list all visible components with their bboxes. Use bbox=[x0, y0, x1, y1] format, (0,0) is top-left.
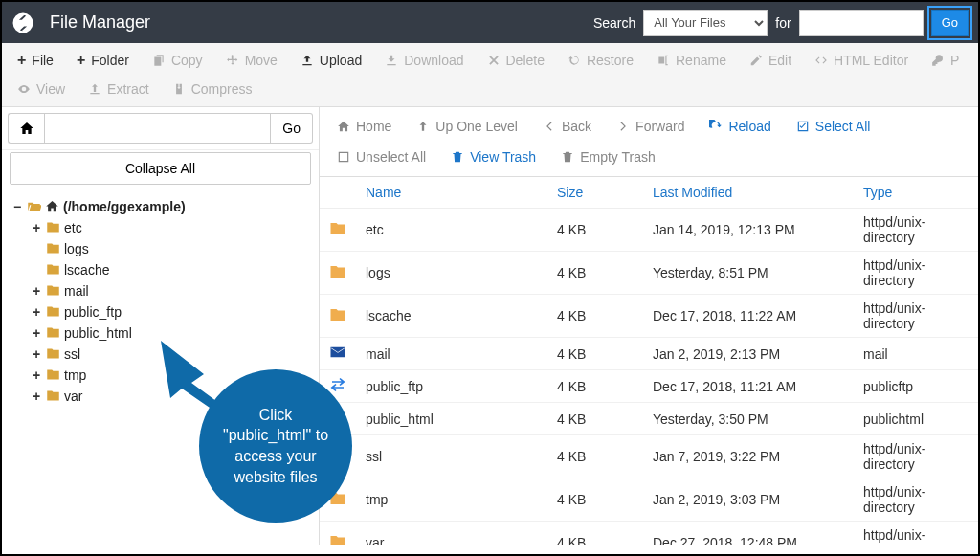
file-size: 4 KB bbox=[547, 478, 643, 522]
view-trash-button[interactable]: View Trash bbox=[441, 144, 546, 170]
tree-item-logs[interactable]: logs bbox=[31, 238, 309, 259]
upload-button[interactable]: Upload bbox=[291, 47, 371, 74]
tree-item-public_ftp[interactable]: +public_ftp bbox=[31, 301, 309, 322]
table-row[interactable]: tmp4 KBJan 2, 2019, 3:03 PMhttpd/unix-di… bbox=[320, 478, 978, 522]
search-input[interactable] bbox=[799, 10, 924, 36]
expand-icon[interactable]: + bbox=[31, 346, 42, 362]
compress-button: Compress bbox=[163, 76, 262, 102]
file-name: mail bbox=[356, 338, 547, 370]
nav-forward-button[interactable]: Forward bbox=[607, 113, 694, 140]
col-size[interactable]: Size bbox=[547, 177, 643, 209]
folder-icon bbox=[320, 435, 356, 478]
file-modified: Dec 17, 2018, 11:22 AM bbox=[643, 295, 854, 338]
file-modified: Jan 7, 2019, 3:22 PM bbox=[643, 435, 854, 478]
expand-icon[interactable]: + bbox=[31, 325, 42, 341]
file-name: public_html bbox=[356, 403, 547, 435]
file-name: var bbox=[356, 522, 547, 546]
move-icon bbox=[226, 54, 239, 67]
download-icon bbox=[385, 54, 398, 67]
sidebar: Go Collapse All − (/home/ggexample) +etc… bbox=[2, 107, 320, 545]
file-list-toolbar: Home Up One Level Back Forward Reload Se… bbox=[320, 107, 978, 177]
file-type: httpd/unix-directory bbox=[854, 435, 978, 478]
htmledit-icon bbox=[814, 54, 828, 67]
copy-icon bbox=[152, 54, 166, 67]
col-name[interactable]: Name bbox=[356, 177, 547, 209]
cpanel-logo-icon bbox=[11, 11, 34, 34]
nav-home-button[interactable]: Home bbox=[327, 113, 401, 140]
folder-icon bbox=[46, 283, 60, 299]
file-size: 4 KB bbox=[547, 522, 643, 546]
table-row[interactable]: logs4 KBYesterday, 8:51 PMhttpd/unix-dir… bbox=[320, 252, 978, 295]
tree-item-tmp[interactable]: +tmp bbox=[31, 365, 309, 386]
nav-back-button[interactable]: Back bbox=[533, 113, 601, 140]
table-row[interactable]: var4 KBDec 27, 2018, 12:48 PMhttpd/unix-… bbox=[320, 522, 978, 546]
table-row[interactable]: lscache4 KBDec 17, 2018, 11:22 AMhttpd/u… bbox=[320, 295, 978, 338]
select-all-button[interactable]: Select All bbox=[787, 113, 880, 140]
tree-item-var[interactable]: +var bbox=[31, 386, 309, 407]
expand-icon[interactable]: + bbox=[31, 389, 42, 404]
extract-button: Extract bbox=[78, 76, 159, 102]
table-row[interactable]: etc4 KBJan 14, 2019, 12:13 PMhttpd/unix-… bbox=[320, 209, 978, 252]
file-type: httpd/unix-directory bbox=[854, 522, 978, 546]
expand-icon[interactable]: + bbox=[31, 283, 42, 299]
empty-trash-button[interactable]: Empty Trash bbox=[551, 144, 665, 170]
tree-item-public_html[interactable]: +public_html bbox=[31, 322, 309, 344]
plus-icon: + bbox=[17, 54, 26, 67]
file-type: mail bbox=[854, 338, 978, 370]
app-header: File Manager Search All Your Files for G… bbox=[2, 2, 978, 43]
expand-icon[interactable]: + bbox=[31, 304, 42, 320]
folder-icon bbox=[46, 262, 60, 278]
for-label: for bbox=[775, 15, 791, 31]
folder-icon bbox=[46, 325, 60, 341]
file-table: Name Size Last Modified Type etc4 KBJan … bbox=[320, 177, 978, 545]
tree-item-etc[interactable]: +etc bbox=[31, 217, 309, 238]
collapse-icon[interactable]: − bbox=[11, 199, 23, 214]
delete-icon bbox=[487, 54, 501, 67]
folder-button[interactable]: +Folder bbox=[67, 47, 139, 74]
tree-item-mail[interactable]: +mail bbox=[31, 280, 309, 301]
file-size: 4 KB bbox=[547, 435, 643, 478]
table-row[interactable]: public_ftp4 KBDec 17, 2018, 11:21 AMpubl… bbox=[320, 370, 978, 403]
web-icon bbox=[320, 403, 356, 435]
search-scope-select[interactable]: All Your Files bbox=[643, 10, 768, 36]
eye-icon bbox=[17, 82, 31, 96]
search-go-button[interactable]: Go bbox=[931, 10, 969, 36]
mail-icon bbox=[320, 338, 356, 370]
expand-icon[interactable]: + bbox=[31, 367, 42, 383]
col-modified[interactable]: Last Modified bbox=[643, 177, 854, 209]
tree-item-ssl[interactable]: +ssl bbox=[31, 344, 309, 365]
sidebar-home-button[interactable] bbox=[8, 113, 44, 144]
folder-icon bbox=[46, 304, 60, 320]
tree-root[interactable]: − (/home/ggexample) bbox=[11, 196, 309, 217]
collapse-all-button[interactable]: Collapse All bbox=[10, 152, 311, 185]
file-modified: Yesterday, 8:51 PM bbox=[643, 252, 854, 295]
file-type: httpd/unix-directory bbox=[854, 295, 978, 338]
expand-icon[interactable]: + bbox=[31, 220, 42, 235]
nav-up-button[interactable]: Up One Level bbox=[407, 113, 527, 140]
sidebar-go-button[interactable]: Go bbox=[271, 113, 313, 144]
table-row[interactable]: mail4 KBJan 2, 2019, 2:13 PMmail bbox=[320, 338, 978, 370]
file-name: lscache bbox=[356, 295, 547, 338]
folder-icon bbox=[320, 522, 356, 546]
main-toolbar: +File+FolderCopyMoveUploadDownloadDelete… bbox=[2, 43, 978, 107]
tree-item-lscache[interactable]: lscache bbox=[31, 259, 309, 280]
file-size: 4 KB bbox=[547, 338, 643, 370]
file-modified: Jan 2, 2019, 3:03 PM bbox=[643, 478, 854, 522]
table-row[interactable]: public_html4 KBYesterday, 3:50 PMpublich… bbox=[320, 403, 978, 435]
file-size: 4 KB bbox=[547, 403, 643, 435]
table-row[interactable]: ssl4 KBJan 7, 2019, 3:22 PMhttpd/unix-di… bbox=[320, 435, 978, 478]
extract-icon bbox=[88, 82, 101, 96]
restore-icon bbox=[568, 54, 581, 67]
sidebar-path-input[interactable] bbox=[44, 113, 271, 144]
file-type: publicftp bbox=[854, 370, 978, 403]
permissions-button: P bbox=[922, 47, 969, 74]
file-name: etc bbox=[356, 209, 547, 252]
folder-icon bbox=[46, 367, 60, 383]
file-button[interactable]: +File bbox=[8, 47, 63, 74]
reload-button[interactable]: Reload bbox=[700, 113, 780, 140]
file-type: httpd/unix-directory bbox=[854, 252, 978, 295]
unselect-all-button[interactable]: Unselect All bbox=[327, 144, 435, 170]
file-type: httpd/unix-directory bbox=[854, 478, 978, 522]
download-button: Download bbox=[375, 47, 473, 74]
col-type[interactable]: Type bbox=[854, 177, 978, 209]
